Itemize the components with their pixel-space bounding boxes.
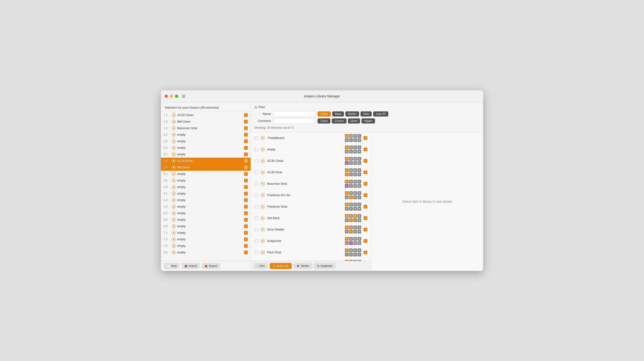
- name-input[interactable]: [273, 111, 315, 117]
- lib-tag-s: S: [358, 134, 361, 138]
- clean-tag[interactable]: Clean: [318, 118, 330, 124]
- list-item[interactable]: 1.1 AC30 Clean i: [161, 112, 250, 118]
- crunch-tag[interactable]: Crunch: [332, 118, 346, 124]
- lib-tag-c: C: [345, 196, 348, 199]
- lib-icon-circle: [260, 170, 265, 174]
- library-item[interactable]: AC30 Clean GBRSCCDH i: [251, 155, 371, 167]
- list-item[interactable]: 5.1 empty i: [161, 190, 250, 197]
- list-item[interactable]: 6.1 empty i: [161, 210, 250, 216]
- lib-radio[interactable]: [254, 136, 258, 140]
- close-button[interactable]: [164, 94, 168, 98]
- lib-tag-r: R: [353, 226, 357, 229]
- list-item-icon: [172, 204, 176, 209]
- list-item-icon: [172, 250, 176, 254]
- list-item[interactable]: 1.2 BM Clean i: [161, 118, 250, 125]
- list-item-name: empty: [177, 140, 242, 143]
- lib-radio[interactable]: [254, 205, 258, 208]
- list-item-num: 7.1: [164, 231, 170, 234]
- library-item[interactable]: Get Back GBRSCCDH i: [251, 212, 371, 224]
- lib-tag-h: H: [358, 218, 361, 222]
- lib-item-name: -PedalBoard-: [267, 136, 342, 140]
- list-item[interactable]: 4.2 empty i: [161, 177, 250, 184]
- list-item[interactable]: 5.2 empty i: [161, 197, 250, 204]
- list-item[interactable]: 3.2 AC30 Drive i: [161, 158, 250, 164]
- list-item[interactable]: 2.2 empty i: [161, 138, 250, 144]
- lib-tag-s: S: [358, 146, 361, 149]
- lib-tag-d: D: [353, 218, 357, 222]
- sidebar-toggle-icon[interactable]: ⊞: [182, 94, 186, 99]
- lib-tag-c: C: [345, 172, 348, 176]
- library-item[interactable]: -PedalBoard- GBRSCCDH i: [251, 132, 371, 144]
- library-item[interactable]: Plexi Strat GBRSCCDH i: [251, 247, 371, 258]
- lib-badge: i: [364, 216, 367, 220]
- library-item[interactable]: AC30 Strat GBRSCCDH i: [251, 167, 371, 178]
- library-list: -PedalBoard- GBRSCCDH i empty GBRSCCDH i…: [251, 132, 371, 261]
- library-item[interactable]: Gme Shelter GBRSCCDH i: [251, 224, 371, 235]
- list-item[interactable]: 6.3 empty i: [161, 223, 250, 230]
- lib-radio[interactable]: [254, 159, 258, 163]
- list-item[interactable]: 2.1 empty i: [161, 132, 250, 138]
- lib-tags: GBRSCCDH: [345, 226, 361, 234]
- new-button[interactable]: 📄 New: [164, 263, 180, 269]
- lib-radio[interactable]: [254, 148, 258, 151]
- list-item[interactable]: 8.1 empty i: [161, 249, 250, 256]
- library-item[interactable]: Grapevine GBRSCCDH i: [251, 235, 371, 247]
- lib-tag-g: G: [345, 180, 348, 184]
- lib-badge: i: [364, 250, 367, 254]
- list-item-num: 1.3: [164, 126, 170, 130]
- lib-radio[interactable]: [254, 239, 258, 243]
- lib-item-name: Grapevine: [267, 239, 342, 242]
- list-item[interactable]: 5.3 empty i: [161, 204, 250, 210]
- lib-tag-c: C: [349, 184, 353, 188]
- lib-radio[interactable]: [254, 182, 258, 186]
- select-button[interactable]: ◎ Select (0): [270, 263, 292, 269]
- maximize-button[interactable]: [175, 94, 178, 98]
- import-button[interactable]: 📥 Import: [182, 263, 200, 269]
- library-item[interactable]: empty GBRSCCDH i: [251, 144, 371, 155]
- lib-tag-r: R: [353, 157, 357, 161]
- lib-radio[interactable]: [254, 228, 258, 232]
- list-item[interactable]: 6.2 empty i: [161, 216, 250, 223]
- user-ir-tag[interactable]: User IR: [373, 112, 388, 116]
- list-item[interactable]: 7.2 empty i: [161, 236, 250, 242]
- list-item-num: 3.2: [164, 159, 170, 162]
- list-item[interactable]: 3.1 empty i: [161, 151, 250, 158]
- list-item-name: empty: [177, 146, 242, 150]
- list-item[interactable]: 3.3 BM Drive i: [161, 164, 250, 171]
- list-item[interactable]: 7.3 empty i: [161, 242, 250, 249]
- list-item[interactable]: 4.1 empty i: [161, 171, 250, 177]
- bass-tag[interactable]: Bass: [332, 112, 344, 116]
- library-item[interactable]: Friedman Drv Str GBRSCCDH i: [251, 190, 371, 201]
- lib-radio[interactable]: [254, 170, 258, 174]
- list-item-name: Bassman Strat: [177, 126, 242, 130]
- duplicate-button[interactable]: ⧉ Duplicate: [314, 263, 336, 269]
- list-item[interactable]: 4.3 empty i: [161, 184, 250, 190]
- minimize-button[interactable]: [170, 94, 173, 98]
- sort-button[interactable]: ↑ Sort: [254, 263, 268, 269]
- lib-radio[interactable]: [254, 250, 258, 254]
- list-item[interactable]: 2.3 empty i: [161, 144, 250, 151]
- lib-radio[interactable]: [254, 216, 258, 220]
- library-item[interactable]: Roland JC GBRSCCDH i: [251, 258, 371, 261]
- list-item-name: empty: [177, 244, 242, 248]
- guitar-tag[interactable]: Guitar: [318, 112, 331, 116]
- lib-tag-h: H: [358, 161, 361, 165]
- library-item[interactable]: Friedman Strat GBRSCCDH i: [251, 201, 371, 212]
- list-item[interactable]: 7.1 empty i: [161, 230, 250, 236]
- lib-radio[interactable]: [254, 193, 258, 197]
- solo-tag[interactable]: Solo: [360, 112, 372, 116]
- lib-tag-b: B: [349, 157, 353, 161]
- list-item-name: empty: [177, 211, 242, 215]
- rythm-tag[interactable]: Rythm: [345, 112, 359, 116]
- export-button[interactable]: 📤 Export: [202, 263, 220, 269]
- list-item[interactable]: 1.3 Bassman Strat i: [161, 125, 250, 132]
- drive-tag[interactable]: Drive: [348, 118, 360, 124]
- delete-button[interactable]: 🗑 Delete: [294, 263, 312, 269]
- list-item-icon: [172, 113, 176, 117]
- comment-input[interactable]: [273, 118, 315, 124]
- library-item[interactable]: Bassman Strat GBRSCCDH i: [251, 178, 371, 190]
- list-item-icon: [172, 244, 176, 248]
- lib-badge: i: [364, 159, 367, 163]
- higain-tag[interactable]: Higain: [362, 118, 375, 124]
- lib-tag-b: B: [349, 237, 353, 241]
